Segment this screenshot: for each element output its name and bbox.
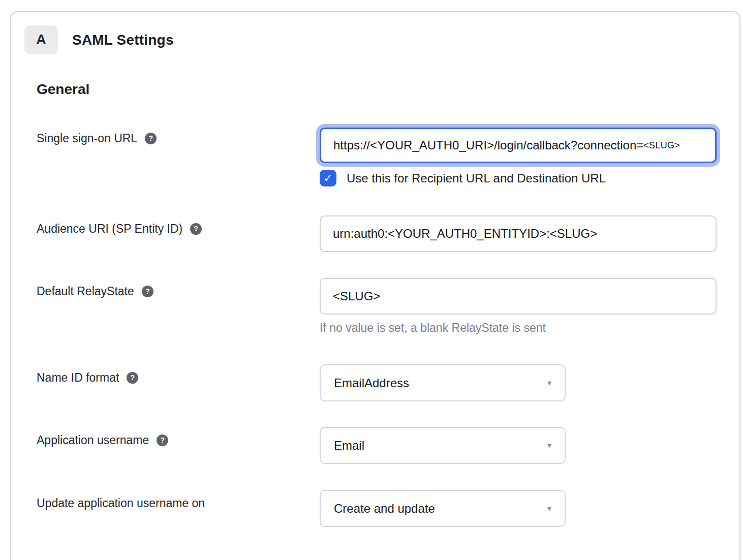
application-username-value: Email <box>334 439 364 453</box>
saml-settings-card: A SAML Settings General Single sign-on U… <box>10 11 740 560</box>
row-application-username: Application username ? Email ▾ <box>37 427 739 464</box>
checkmark-icon: ✓ <box>323 172 332 185</box>
audience-uri-input[interactable] <box>320 215 717 252</box>
general-section-title: General <box>37 81 739 98</box>
application-username-select[interactable]: Email ▾ <box>320 427 566 464</box>
single-sign-on-url-label-text: Single sign-on URL <box>37 131 137 145</box>
help-icon[interactable]: ? <box>190 223 202 235</box>
single-sign-on-url-value: https://<YOUR_AUTH0_URI>/login/callback?… <box>333 138 643 152</box>
relaystate-hint-text: If no value is set, a blank RelayState i… <box>320 321 717 335</box>
help-icon[interactable]: ? <box>142 286 153 297</box>
update-application-username-label-text: Update application username on <box>37 496 205 510</box>
row-default-relaystate: Default RelayState ? If no value is set,… <box>37 278 739 335</box>
default-relaystate-input[interactable] <box>320 278 717 315</box>
single-sign-on-url-label: Single sign-on URL ? <box>37 125 320 145</box>
row-name-id-format: Name ID format ? EmailAddress ▾ <box>37 364 739 401</box>
chevron-down-icon: ▾ <box>547 504 551 513</box>
name-id-format-label-text: Name ID format <box>37 370 119 385</box>
step-badge: A <box>24 25 58 54</box>
audience-uri-label-text: Audience URI (SP Entity ID) <box>37 222 182 236</box>
audience-uri-label: Audience URI (SP Entity ID) ? <box>37 215 320 236</box>
row-update-application-username: Update application username on Create an… <box>37 490 739 527</box>
recipient-url-checkbox-label: Use this for Recipient URL and Destinati… <box>347 171 606 185</box>
single-sign-on-url-input[interactable]: https://<YOUR_AUTH0_URI>/login/callback?… <box>320 128 717 163</box>
help-icon[interactable]: ? <box>145 133 157 144</box>
row-audience-uri: Audience URI (SP Entity ID) ? <box>37 215 739 252</box>
update-application-username-value: Create and update <box>334 502 435 516</box>
update-application-username-label: Update application username on <box>37 490 320 510</box>
default-relaystate-label: Default RelayState ? <box>37 278 320 298</box>
name-id-format-select[interactable]: EmailAddress ▾ <box>320 364 566 401</box>
help-icon[interactable]: ? <box>157 434 168 446</box>
chevron-down-icon: ▾ <box>547 441 551 450</box>
chevron-down-icon: ▾ <box>547 378 551 388</box>
name-id-format-value: EmailAddress <box>334 376 409 390</box>
application-username-label-text: Application username <box>37 433 149 447</box>
recipient-url-checkbox-row: ✓ Use this for Recipient URL and Destina… <box>320 170 717 186</box>
name-id-format-label: Name ID format ? <box>37 364 320 385</box>
default-relaystate-label-text: Default RelayState <box>37 284 134 298</box>
page-title: SAML Settings <box>72 32 174 48</box>
update-application-username-select[interactable]: Create and update ▾ <box>320 490 566 527</box>
recipient-url-checkbox[interactable]: ✓ <box>320 170 336 186</box>
single-sign-on-url-slug: <SLUG> <box>643 140 680 151</box>
row-single-sign-on-url: Single sign-on URL ? https://<YOUR_AUTH0… <box>37 125 739 186</box>
help-icon[interactable]: ? <box>127 372 138 384</box>
application-username-label: Application username ? <box>37 427 320 447</box>
saml-settings-form: Single sign-on URL ? https://<YOUR_AUTH0… <box>37 125 739 527</box>
card-header: A SAML Settings <box>24 25 739 54</box>
